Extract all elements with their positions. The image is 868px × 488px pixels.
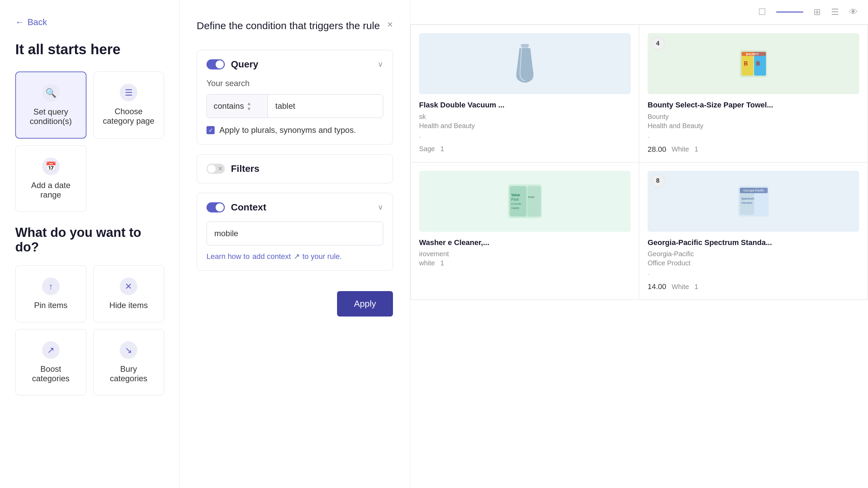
product-brand-washer: irovement: [419, 250, 631, 258]
back-label: Back: [27, 17, 47, 27]
context-body: Learn how to add context ↗ to your rule.: [197, 222, 393, 270]
context-header[interactable]: Context ∨: [197, 193, 393, 222]
product-badge-spectrum: 8: [651, 174, 665, 188]
product-card-washer: Value Pack 6 month supply fresh Washer e…: [411, 163, 639, 300]
product-category-bounty: Health and Beauty: [648, 122, 859, 130]
pin-up-icon: ↑: [42, 278, 60, 295]
card-hide-items-label: Hide items: [110, 301, 148, 310]
svg-text:Spectrum: Spectrum: [741, 197, 754, 200]
product-name-flask: Flask Double Vacuum ...: [419, 100, 631, 110]
query-section: Query ∨ Your search contains ▲ ▼ ✓: [197, 50, 393, 145]
modal-title: Define the condition that triggers the r…: [197, 19, 380, 33]
context-input[interactable]: [206, 222, 383, 245]
product-name-washer: Washer e Cleaner,...: [419, 238, 631, 248]
back-arrow-icon: ←: [15, 17, 24, 27]
svg-text:supply: supply: [511, 206, 519, 209]
context-section: Context ∨ Learn how to add context ↗ to …: [197, 193, 393, 271]
svg-text:Georgia-Pacific: Georgia-Pacific: [743, 189, 764, 192]
product-color-bounty: White: [672, 145, 689, 153]
back-button[interactable]: ← Back: [15, 17, 47, 27]
query-header[interactable]: Query ∨: [197, 50, 393, 79]
toggle-knob-context: [216, 203, 224, 211]
card-bury-categories-label: Bury categories: [102, 364, 156, 383]
card-boost-categories-label: Boost categories: [24, 364, 78, 383]
select-value: contains: [214, 101, 244, 111]
svg-text:B: B: [744, 61, 748, 66]
filters-title: Filters: [231, 163, 259, 174]
calendar-icon: 📅: [42, 158, 60, 175]
product-name-bounty: Bounty Select-a-Size Paper Towel...: [648, 100, 859, 110]
card-add-date-range-label: Add a date range: [24, 181, 78, 200]
toggle-x-icon: ✕: [218, 165, 223, 172]
filters-section: ✕ Filters: [197, 154, 393, 183]
product-dash-bounty: -: [648, 133, 859, 141]
context-add-context-link[interactable]: add context: [252, 252, 291, 261]
card-choose-category-label: Choose category page: [102, 107, 156, 126]
grid-view-icon[interactable]: ⊞: [813, 7, 821, 17]
product-dash-flask: -: [419, 133, 631, 141]
list-view-icon[interactable]: ☰: [831, 7, 839, 17]
section1-title: It all starts here: [15, 41, 164, 58]
product-meta-washer: white 1: [419, 259, 631, 267]
card-choose-category[interactable]: ☰ Choose category page: [93, 72, 164, 139]
product-color-washer: white: [419, 259, 435, 267]
card-add-date-range[interactable]: 📅 Add a date range: [15, 145, 86, 212]
hide-icon: ✕: [120, 278, 137, 295]
svg-rect-11: [527, 186, 541, 217]
svg-text:Standard: Standard: [741, 201, 752, 204]
select-arrows-icon: ▲ ▼: [246, 101, 251, 111]
context-link-row: Learn how to add context ↗ to your rule.: [206, 252, 383, 261]
card-set-query[interactable]: 🔍 Set query condition(s): [15, 72, 86, 139]
svg-text:fresh: fresh: [528, 196, 534, 199]
svg-text:B: B: [756, 61, 760, 66]
context-link-suffix: to your rule.: [302, 252, 342, 261]
svg-rect-0: [521, 44, 529, 47]
filters-header-left: ✕ Filters: [206, 163, 259, 174]
layers-icon: ☰: [120, 84, 137, 101]
svg-rect-10: [510, 186, 527, 217]
card-set-query-label: Set query condition(s): [24, 107, 77, 126]
query-title: Query: [231, 59, 258, 70]
product-image-flask: [419, 33, 631, 94]
product-card-bounty: 4 B B BOUNTY Bounty Select-a-Size Paper …: [639, 25, 867, 162]
eye-icon[interactable]: 👁: [849, 7, 858, 17]
boost-icon: ↗: [42, 341, 60, 359]
search-select-contains[interactable]: contains ▲ ▼: [207, 95, 268, 118]
apply-button[interactable]: Apply: [337, 291, 393, 317]
checkbox-icon[interactable]: ☐: [758, 7, 766, 17]
left-panel: ← Back It all starts here 🔍 Set query co…: [0, 0, 180, 488]
close-button[interactable]: ×: [387, 19, 393, 30]
search-label: Your search: [206, 79, 383, 88]
plurals-checkbox[interactable]: ✓: [206, 126, 215, 134]
product-image-spectrum: 8 Spectrum Standard Georgia-Pacific: [648, 171, 859, 232]
check-icon: ✓: [209, 127, 213, 134]
plurals-label: Apply to plurals, synonyms and typos.: [219, 125, 356, 135]
product-dash-spectrum: -: [648, 270, 859, 278]
modal-header: Define the condition that triggers the r…: [197, 19, 393, 33]
filters-toggle[interactable]: ✕: [206, 164, 225, 174]
query-toggle[interactable]: [206, 59, 225, 69]
product-brand-spectrum: Georgia-Pacific: [648, 250, 859, 258]
card-hide-items[interactable]: ✕ Hide items: [93, 265, 164, 322]
svg-text:BOUNTY: BOUNTY: [746, 53, 759, 56]
product-brand-bounty: Bounty: [648, 113, 859, 121]
product-color-flask: Sage: [419, 145, 435, 153]
condition-cards-grid: 🔍 Set query condition(s) ☰ Choose catego…: [15, 72, 164, 212]
filters-header[interactable]: ✕ Filters: [197, 155, 393, 183]
search-row: contains ▲ ▼: [206, 94, 383, 118]
card-pin-items[interactable]: ↑ Pin items: [15, 265, 86, 322]
product-badge-bounty: 4: [651, 37, 665, 50]
product-category-spectrum: Office Product: [648, 259, 859, 267]
card-bury-categories[interactable]: ↘ Bury categories: [93, 329, 164, 395]
svg-text:Value: Value: [511, 193, 520, 197]
product-image-washer: Value Pack 6 month supply fresh: [419, 171, 631, 232]
search-icon: 🔍: [42, 84, 60, 102]
svg-rect-1: [521, 47, 528, 48]
toggle-knob: [216, 60, 224, 68]
product-card-spectrum: 8 Spectrum Standard Georgia-Pacific Geor…: [639, 163, 867, 300]
card-boost-categories[interactable]: ↗ Boost categories: [15, 329, 86, 395]
product-category-flask: Health and Beauty: [419, 122, 631, 130]
search-input[interactable]: [268, 95, 383, 118]
context-toggle[interactable]: [206, 202, 225, 212]
svg-text:6 month: 6 month: [511, 202, 521, 205]
